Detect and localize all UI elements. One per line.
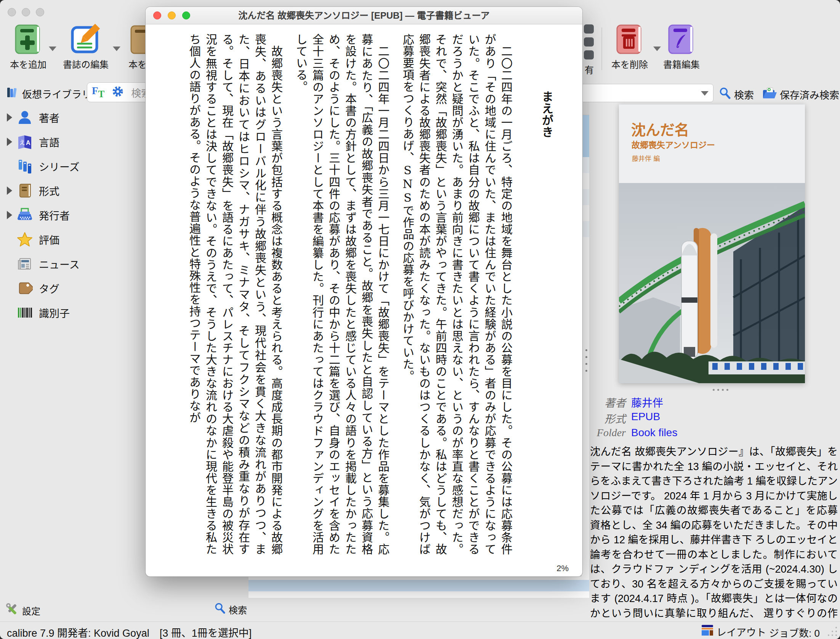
detail-row-author: 著者 藤井伴	[589, 395, 837, 411]
search-icon	[214, 602, 226, 616]
close-icon[interactable]	[8, 8, 16, 16]
sidebar-item-series[interactable]: シリーズ	[0, 154, 145, 178]
search-options-gear-icon[interactable]	[111, 85, 124, 100]
search-go-label: 検索	[734, 87, 754, 101]
author-link[interactable]: 藤井伴	[631, 395, 663, 410]
reading-progress: 2%	[556, 564, 569, 573]
sidebar-item-formats[interactable]: 形式	[0, 178, 145, 203]
folder-label: Folder	[589, 427, 626, 439]
viewer-title: 沈んだ名 故郷喪失アンソロジー [EPUB] — 電子書籍ビューア	[146, 7, 582, 24]
close-icon[interactable]	[153, 11, 161, 19]
virtual-library-icon	[6, 86, 18, 101]
share-icon[interactable]	[584, 24, 594, 63]
minimize-icon[interactable]	[168, 11, 176, 19]
svg-text:A: A	[26, 140, 30, 146]
virtual-library-button[interactable]: 仮想ライブラリ	[6, 86, 91, 101]
author-label: 著者	[589, 395, 626, 410]
user-icon	[17, 109, 33, 125]
saved-search-button[interactable]: 保存済み検索	[762, 86, 839, 103]
sidebar-item-languages[interactable]: え A 言語	[0, 130, 145, 154]
share-label: 有	[585, 63, 594, 76]
tag-icon	[17, 280, 33, 296]
viewer-window-controls	[153, 11, 190, 19]
add-books-label: 本を追加	[7, 57, 50, 71]
edit-metadata-icon	[69, 23, 102, 56]
sidebar-item-publishers[interactable]: 発行者	[0, 203, 145, 227]
search-go-button[interactable]: 検索	[719, 87, 754, 102]
remove-books-icon	[613, 23, 646, 56]
edit-metadata-label: 書誌の編集	[62, 57, 110, 71]
expand-arrow-icon[interactable]	[7, 211, 12, 219]
cover-title: 沈んだ名	[631, 121, 689, 138]
cover-subtitle: 故郷喪失アンソロジー	[632, 140, 715, 150]
jobs-label: ジョブ数: 0	[769, 625, 820, 639]
svg-text:え: え	[19, 139, 25, 146]
book-cover[interactable]: 沈んだ名 故郷喪失アンソロジー 藤井伴 編	[619, 104, 805, 383]
zoom-icon[interactable]	[36, 8, 44, 16]
expand-arrow-icon[interactable]	[7, 186, 12, 195]
cover-editor: 藤井伴 編	[632, 155, 660, 162]
remove-books-dropdown-arrow[interactable]	[653, 47, 661, 51]
edit-metadata-button[interactable]: 書誌の編集	[62, 23, 110, 71]
search-icon	[719, 87, 731, 102]
search-history-dropdown-arrow[interactable]	[701, 91, 709, 96]
highlights-search-button[interactable]: 検索	[214, 602, 247, 616]
sidebar-item-tags[interactable]: タグ	[0, 276, 145, 300]
paragraph: 二〇二四年の一月ごろ、特定の地域を舞台とした小説の公募を目にした。その公募には応…	[399, 34, 514, 555]
bottom-search-label: 検索	[229, 603, 247, 616]
window-resize-grip[interactable]	[825, 624, 838, 637]
minimize-icon[interactable]	[22, 8, 30, 16]
edit-book-label: 書籍編集	[660, 57, 703, 71]
edit-book-icon	[665, 23, 698, 56]
expand-arrow-icon[interactable]	[7, 113, 12, 122]
star-icon	[17, 231, 33, 247]
expand-arrow-icon[interactable]	[7, 138, 12, 146]
sidebar-item-ratings[interactable]: 評価	[0, 227, 145, 252]
layout-icon	[701, 625, 713, 639]
virtual-library-label: 仮想ライブラリ	[22, 87, 91, 101]
saved-search-folder-icon	[762, 86, 777, 103]
paragraph: 二〇二四年一月二四日から三月一七日にかけて「故郷喪失」をテーマとした作品を募集し…	[293, 34, 391, 555]
add-books-dropdown-arrow[interactable]	[49, 47, 56, 51]
publisher-icon	[17, 207, 33, 223]
edit-metadata-dropdown-arrow[interactable]	[113, 47, 120, 51]
cover-splitter-handle[interactable]	[713, 389, 728, 391]
book-icon	[17, 183, 33, 199]
book-description: 沈んだ名 故郷喪失アンソロジー』は、「故郷喪失」をテーマに書かれた全 13 編の…	[590, 445, 838, 636]
add-books-button[interactable]: 本を追加	[7, 23, 50, 71]
book-list-bottom-sliver	[248, 576, 589, 598]
series-icon	[17, 158, 33, 174]
detail-row-format: 形式 EPUB	[589, 411, 837, 427]
sidebar-item-authors[interactable]: 著者	[0, 105, 145, 130]
sidebar-item-news[interactable]: ニュース	[0, 252, 145, 276]
detail-row-folder: Folder Book files	[589, 427, 837, 443]
remove-books-button[interactable]: 本を削除	[608, 23, 651, 71]
viewer-titlebar[interactable]: 沈んだ名 故郷喪失アンソロジー [EPUB] — 電子書籍ビューア	[146, 7, 582, 24]
layout-label: レイアウト	[717, 625, 766, 639]
layout-button[interactable]: レイアウト	[701, 625, 766, 639]
book-details-panel: 沈んだ名 故郷喪失アンソロジー 藤井伴 編	[589, 102, 840, 621]
zoom-icon[interactable]	[182, 11, 190, 19]
calibre-main-window: 本を追加 書誌の編集 本を変	[0, 0, 840, 639]
viewer-page-text: まえがき 二〇二四年の一月ごろ、特定の地域を舞台とした小説の公募を目にした。その…	[178, 34, 560, 555]
sidebar-item-identifiers[interactable]: 識別子	[0, 300, 145, 325]
format-link[interactable]: EPUB	[631, 411, 660, 423]
selected-book-row[interactable]	[248, 580, 589, 591]
paragraph: 故郷喪失という言葉が包括する概念は複数あると考えられる。高度成長期の都市開発によ…	[186, 34, 284, 555]
status-bar: calibre 7.9 開発者: Kovid Goyal [3 冊、1冊を選択中…	[0, 621, 840, 639]
preferences-label: 設定	[22, 604, 40, 617]
edit-book-button[interactable]: 書籍編集	[660, 23, 703, 71]
toolbar-separator	[601, 27, 602, 70]
ebook-viewer-window: 沈んだ名 故郷喪失アンソロジー [EPUB] — 電子書籍ビューア まえがき 二…	[146, 7, 582, 576]
chapter-heading: まえがき	[539, 34, 555, 555]
full-text-icon[interactable]: FT	[92, 86, 104, 99]
format-label: 形式	[589, 411, 626, 426]
folder-link[interactable]: Book files	[631, 427, 677, 439]
jobs-indicator[interactable]: ジョブ数: 0	[769, 625, 820, 639]
add-book-icon	[12, 23, 45, 56]
preferences-button[interactable]: 設定	[5, 602, 40, 618]
barcode-icon	[17, 305, 33, 321]
status-text: calibre 7.9 開発者: Kovid Goyal [3 冊、1冊を選択中…	[7, 625, 252, 639]
news-icon	[17, 256, 33, 272]
translate-icon: え A	[17, 134, 33, 150]
